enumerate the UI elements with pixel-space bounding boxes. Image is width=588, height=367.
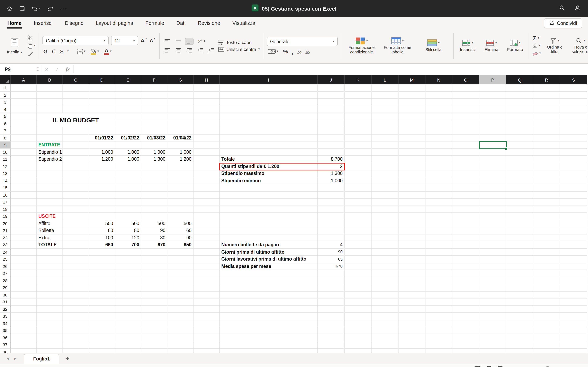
cell-K3[interactable] bbox=[345, 99, 372, 106]
cell-F2[interactable] bbox=[141, 92, 167, 99]
cell-J17[interactable] bbox=[318, 199, 345, 206]
cell-F27[interactable] bbox=[141, 270, 167, 277]
cell-B17[interactable] bbox=[37, 199, 63, 206]
cell-B8[interactable] bbox=[37, 134, 63, 142]
cell-F35[interactable] bbox=[141, 327, 167, 334]
cell-E22[interactable]: 120 bbox=[115, 234, 141, 242]
column-header-S[interactable]: S bbox=[560, 75, 587, 84]
cell-G34[interactable] bbox=[167, 320, 194, 327]
tab-home[interactable]: Home bbox=[7, 18, 22, 28]
cell-L19[interactable] bbox=[372, 213, 398, 220]
cell-P30[interactable] bbox=[479, 291, 506, 299]
cell-K5[interactable] bbox=[345, 113, 372, 120]
cell-B20[interactable]: Affitto bbox=[37, 220, 63, 227]
cell-O38[interactable] bbox=[452, 349, 479, 353]
cell-M16[interactable] bbox=[398, 192, 425, 199]
clear-button[interactable]: ▾ bbox=[533, 50, 541, 57]
cell-A22[interactable] bbox=[11, 234, 37, 242]
cell-B1[interactable] bbox=[37, 84, 63, 92]
cell-S9[interactable] bbox=[560, 142, 587, 149]
cell-Q2[interactable] bbox=[506, 92, 533, 99]
cell-H8[interactable] bbox=[194, 134, 220, 142]
column-header-M[interactable]: M bbox=[398, 75, 425, 84]
column-header-H[interactable]: H bbox=[194, 75, 220, 84]
cell-P11[interactable] bbox=[479, 156, 506, 163]
find-select-button[interactable]: ▾ Trova e seleziona bbox=[569, 37, 588, 54]
cell-S27[interactable] bbox=[560, 270, 587, 277]
cell-N36[interactable] bbox=[425, 334, 452, 341]
cell-D11[interactable]: 1.200 bbox=[89, 156, 115, 163]
cell-E12[interactable] bbox=[115, 163, 141, 170]
cell-H22[interactable] bbox=[194, 234, 220, 242]
cell-E25[interactable] bbox=[115, 256, 141, 263]
cell-D30[interactable] bbox=[89, 291, 115, 299]
cell-H18[interactable] bbox=[194, 206, 220, 213]
cell-P16[interactable] bbox=[479, 192, 506, 199]
cell-R26[interactable] bbox=[533, 263, 560, 270]
row-header-13[interactable]: 13 bbox=[0, 170, 11, 177]
row-header-34[interactable]: 34 bbox=[0, 320, 11, 327]
cell-I10[interactable] bbox=[220, 149, 318, 156]
cell-N1[interactable] bbox=[425, 84, 452, 92]
cell-I21[interactable] bbox=[220, 227, 318, 234]
cell-J3[interactable] bbox=[318, 99, 345, 106]
cell-I29[interactable] bbox=[220, 284, 318, 291]
cell-K24[interactable] bbox=[345, 249, 372, 256]
cell-S36[interactable] bbox=[560, 334, 587, 341]
cut-button[interactable] bbox=[27, 35, 36, 41]
cell-B24[interactable] bbox=[37, 249, 63, 256]
cell-B35[interactable] bbox=[37, 327, 63, 334]
tab-revisione[interactable]: Revisione bbox=[197, 18, 221, 28]
increase-indent-icon[interactable] bbox=[207, 47, 215, 53]
cell-B27[interactable] bbox=[37, 270, 63, 277]
underline-button[interactable]: S bbox=[59, 48, 65, 54]
cell-S26[interactable] bbox=[560, 263, 587, 270]
cell-K13[interactable] bbox=[345, 170, 372, 177]
cell-E29[interactable] bbox=[115, 284, 141, 291]
cell-K12[interactable] bbox=[345, 163, 372, 170]
cell-H37[interactable] bbox=[194, 341, 220, 349]
cell-S11[interactable] bbox=[560, 156, 587, 163]
cell-S7[interactable] bbox=[560, 127, 587, 134]
fill-color-button[interactable]: ▾ bbox=[89, 48, 100, 55]
cell-Q33[interactable] bbox=[506, 313, 533, 320]
cell-D25[interactable] bbox=[89, 256, 115, 263]
cell-M17[interactable] bbox=[398, 199, 425, 206]
cell-E20[interactable]: 500 bbox=[115, 220, 141, 227]
format-painter-button[interactable] bbox=[27, 50, 36, 57]
cell-B28[interactable] bbox=[37, 277, 63, 284]
cell-L30[interactable] bbox=[372, 291, 398, 299]
cell-R34[interactable] bbox=[533, 320, 560, 327]
cell-E10[interactable]: 1.000 bbox=[115, 149, 141, 156]
cell-M34[interactable] bbox=[398, 320, 425, 327]
cell-S14[interactable] bbox=[560, 177, 587, 184]
cell-K38[interactable] bbox=[345, 349, 372, 353]
cell-P1[interactable] bbox=[479, 84, 506, 92]
cell-H31[interactable] bbox=[194, 299, 220, 306]
search-icon[interactable] bbox=[559, 5, 565, 12]
align-middle-icon[interactable] bbox=[174, 38, 182, 45]
cell-P15[interactable] bbox=[479, 184, 506, 192]
cell-C15[interactable] bbox=[63, 184, 89, 192]
cell-A28[interactable] bbox=[11, 277, 37, 284]
cell-N20[interactable] bbox=[425, 220, 452, 227]
cell-J11[interactable]: 8.700 bbox=[318, 156, 345, 163]
cell-F12[interactable] bbox=[141, 163, 167, 170]
cell-P32[interactable] bbox=[479, 306, 506, 313]
cell-Q10[interactable] bbox=[506, 149, 533, 156]
cell-P7[interactable] bbox=[479, 127, 506, 134]
cell-Q30[interactable] bbox=[506, 291, 533, 299]
cell-H7[interactable] bbox=[194, 127, 220, 134]
cell-K17[interactable] bbox=[345, 199, 372, 206]
tab-formule[interactable]: Formule bbox=[145, 18, 165, 28]
cell-D26[interactable] bbox=[89, 263, 115, 270]
cell-K27[interactable] bbox=[345, 270, 372, 277]
cell-F17[interactable] bbox=[141, 199, 167, 206]
cell-H13[interactable] bbox=[194, 170, 220, 177]
orientation-button[interactable]: ab ▾ bbox=[196, 38, 207, 45]
cell-M24[interactable] bbox=[398, 249, 425, 256]
cell-Q18[interactable] bbox=[506, 206, 533, 213]
account-icon[interactable] bbox=[574, 5, 581, 12]
cell-E35[interactable] bbox=[115, 327, 141, 334]
row-header-19[interactable]: 19 bbox=[0, 213, 11, 220]
